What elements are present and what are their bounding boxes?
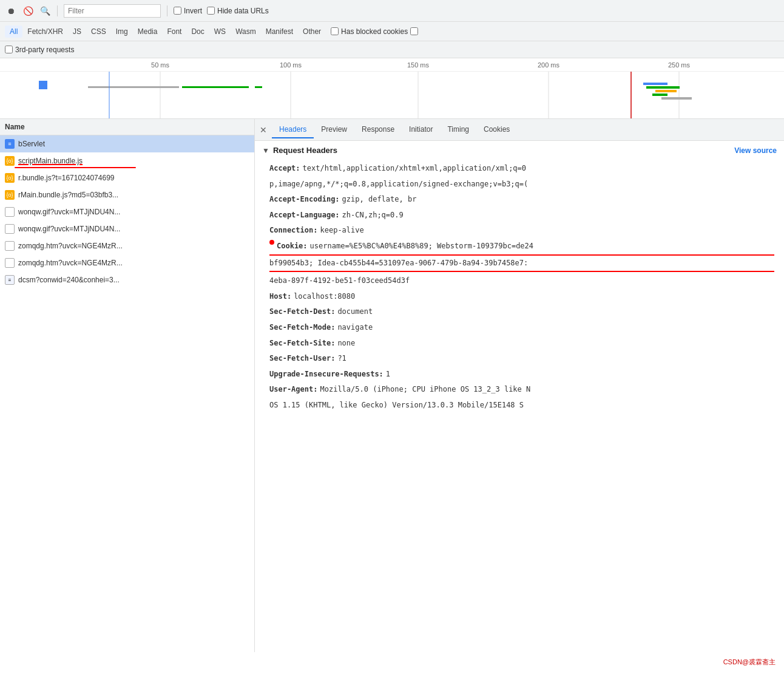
file-name: zomqdg.htm?uvck=NGE4MzR... — [18, 242, 249, 250]
file-item-wrapper: {o}r.bundle.js?t=1671024074699 — [0, 169, 254, 186]
header-value: bf99054b3; Idea-cb455b44=531097ea-9067-4… — [269, 257, 528, 270]
filter-input[interactable] — [64, 4, 161, 18]
file-item[interactable]: {o}rMain.bundle.js?md5=03bfb3... — [0, 186, 254, 203]
header-row: Sec-Fetch-Mode: navigate — [269, 321, 774, 335]
file-item[interactable]: ≡bServlet — [0, 135, 254, 152]
invert-checkbox[interactable] — [174, 7, 181, 15]
header-row: 4eba-897f-4192-be51-f03ceed54d3f — [269, 274, 774, 288]
file-item-wrapper: ≡bServlet — [0, 135, 254, 152]
panel-tabs: ✕ Headers Preview Response Initiator Tim… — [255, 119, 784, 141]
hide-data-urls-label[interactable]: Hide data URLs — [207, 7, 269, 15]
invert-checkbox-label[interactable]: Invert — [174, 7, 202, 15]
file-item[interactable]: ≡dcsm?conwid=240&conhei=3... — [0, 271, 254, 288]
search-icon[interactable]: 🔍 — [39, 5, 51, 17]
cookie-dot-marker — [269, 240, 274, 245]
tab-fetch-xhr[interactable]: Fetch/XHR — [22, 26, 68, 38]
has-blocked-cookies-checkbox[interactable] — [331, 27, 339, 35]
file-item-wrapper: ≡dcsm?conwid=240&conhei=3... — [0, 271, 254, 288]
header-value: ?1 — [337, 352, 346, 366]
file-icon: {o} — [5, 173, 15, 183]
header-value: p,image/apng,*/*;q=0.8,application/signe… — [269, 178, 528, 191]
header-key: Connection: — [269, 224, 317, 237]
header-row: Accept: text/html,application/xhtml+xml,… — [269, 162, 774, 175]
record-icon[interactable]: ⏺ — [5, 5, 17, 17]
file-list-panel: Name ≡bServlet{o}scriptMain.bundle.js{o}… — [0, 119, 255, 652]
header-value: Mozilla/5.0 (iPhone; CPU iPhone OS 13_2_… — [320, 383, 530, 397]
tab-manifest[interactable]: Manifest — [261, 26, 298, 38]
header-row: Accept-Language: zh-CN,zh;q=0.9 — [269, 209, 774, 222]
file-item[interactable]: wonqw.gif?uvck=MTJjNDU4N... — [0, 220, 254, 237]
file-item[interactable]: wonqw.gif?uvck=MTJjNDU4N... — [0, 203, 254, 220]
tab-js[interactable]: JS — [68, 26, 86, 38]
header-key: Accept: — [269, 162, 300, 175]
header-row: bf99054b3; Idea-cb455b44=531097ea-9067-4… — [269, 257, 774, 273]
file-item-wrapper: zomqdg.htm?uvck=NGE4MzR... — [0, 254, 254, 271]
panel-tab-cookies[interactable]: Cookies — [476, 121, 517, 138]
timeline-ruler-mark: 100 ms — [280, 61, 302, 69]
tab-other[interactable]: Other — [298, 26, 326, 38]
header-value: navigate — [337, 321, 373, 335]
header-key: Host: — [269, 290, 291, 304]
header-value: username=%E5%BC%A0%E4%B8%89; Webstorm-10… — [310, 240, 533, 253]
panel-tab-response[interactable]: Response — [354, 121, 402, 138]
timeline-body — [0, 72, 784, 118]
timeline-ruler: 50 ms100 ms150 ms200 ms250 ms — [0, 58, 784, 72]
panel-tab-timing[interactable]: Timing — [440, 121, 476, 138]
file-name: zomqdg.htm?uvck=NGE4MzR... — [18, 259, 249, 267]
devtools-toolbar: ⏺ 🚫 🔍 Invert Hide data URLs — [0, 0, 784, 22]
hide-data-urls-checkbox[interactable] — [207, 7, 215, 15]
file-name: dcsm?conwid=240&conhei=3... — [18, 276, 249, 284]
panel-tab-headers[interactable]: Headers — [272, 121, 314, 138]
extra-checkbox[interactable] — [410, 27, 418, 35]
tab-media[interactable]: Media — [133, 26, 163, 38]
header-value: zh-CN,zh;q=0.9 — [342, 209, 404, 222]
has-blocked-cookies-text: Has blocked cookies — [341, 27, 408, 36]
close-panel-icon[interactable]: ✕ — [260, 125, 267, 135]
headers-content: Accept: text/html,application/xhtml+xml,… — [255, 160, 784, 417]
header-row: Accept-Encoding: gzip, deflate, br — [269, 193, 774, 206]
file-name: scriptMain.bundle.js — [18, 157, 249, 165]
view-source-button[interactable]: View source — [734, 146, 777, 155]
tab-ws[interactable]: WS — [209, 26, 231, 38]
timeline-ruler-mark: 200 ms — [538, 61, 559, 69]
header-value: document — [337, 305, 373, 319]
red-underline-bar — [15, 167, 136, 168]
request-headers-title: Request Headers — [273, 146, 337, 155]
file-item[interactable]: {o}r.bundle.js?t=1671024074699 — [0, 169, 254, 186]
file-icon: ≡ — [5, 275, 15, 285]
timeline-canvas — [0, 72, 784, 118]
header-row: OS 1.15 (KHTML, like Gecko) Version/13.0… — [269, 399, 774, 412]
header-key: User-Agent: — [269, 383, 317, 397]
file-item[interactable]: zomqdg.htm?uvck=NGE4MzR... — [0, 237, 254, 254]
third-party-label[interactable]: 3rd-party requests — [5, 46, 74, 54]
third-party-checkbox[interactable] — [5, 46, 13, 53]
file-name: r.bundle.js?t=1671024074699 — [18, 174, 249, 182]
request-headers-section: ▼ Request Headers View source — [255, 141, 784, 160]
file-items-container: ≡bServlet{o}scriptMain.bundle.js{o}r.bun… — [0, 135, 254, 288]
header-key: Sec-Fetch-Site: — [269, 337, 335, 350]
section-toggle-icon[interactable]: ▼ — [262, 146, 269, 155]
header-row: User-Agent: Mozilla/5.0 (iPhone; CPU iPh… — [269, 383, 774, 397]
file-name: bServlet — [18, 140, 249, 148]
file-icon — [5, 207, 15, 217]
header-row: Upgrade-Insecure-Requests: 1 — [269, 368, 774, 381]
has-blocked-cookies-label[interactable]: Has blocked cookies — [331, 27, 418, 36]
network-timeline: 50 ms100 ms150 ms200 ms250 ms — [0, 58, 784, 119]
file-item-wrapper: wonqw.gif?uvck=MTJjNDU4N... — [0, 203, 254, 220]
panel-tab-preview[interactable]: Preview — [314, 121, 354, 138]
header-key: Sec-Fetch-Dest: — [269, 305, 335, 319]
tab-css[interactable]: CSS — [86, 26, 111, 38]
tab-img[interactable]: Img — [111, 26, 133, 38]
clear-icon[interactable]: 🚫 — [22, 5, 34, 17]
header-key: Cookie: — [277, 240, 308, 253]
file-name: wonqw.gif?uvck=MTJjNDU4N... — [18, 208, 249, 216]
tab-doc[interactable]: Doc — [186, 26, 209, 38]
tab-font[interactable]: Font — [162, 26, 186, 38]
panel-tab-initiator[interactable]: Initiator — [402, 121, 440, 138]
tab-all[interactable]: All — [5, 26, 22, 38]
tab-wasm[interactable]: Wasm — [231, 26, 261, 38]
header-row: p,image/apng,*/*;q=0.8,application/signe… — [269, 178, 774, 191]
file-item[interactable]: zomqdg.htm?uvck=NGE4MzR... — [0, 254, 254, 271]
file-item-wrapper: zomqdg.htm?uvck=NGE4MzR... — [0, 237, 254, 254]
header-value: 4eba-897f-4192-be51-f03ceed54d3f — [269, 274, 410, 288]
